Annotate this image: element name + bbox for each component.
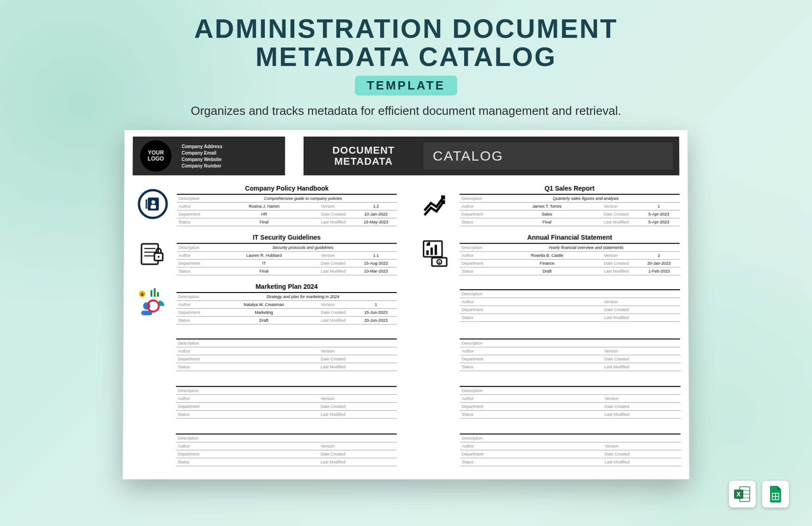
department-value [492, 450, 603, 458]
entry-icon [415, 184, 456, 224]
svg-rect-17 [435, 245, 437, 255]
entry-icon [415, 331, 456, 372]
entry-card: Company Policy Handbook Description Comp… [132, 184, 397, 226]
last-modified-value: 5-Apr-2023 [638, 218, 680, 226]
format-icons: X [729, 481, 789, 508]
author-value [208, 442, 318, 450]
status-label: Status [176, 317, 209, 324]
department-value [209, 403, 319, 411]
status-value: Draft [492, 267, 602, 275]
version-value [639, 395, 681, 403]
department-label: Department [460, 355, 492, 363]
last-modified-value [639, 411, 681, 418]
department-value: Sales [492, 210, 602, 218]
description-label: Description [460, 434, 492, 442]
status-value [208, 458, 319, 466]
version-label: Version [603, 347, 639, 355]
entry-title [460, 282, 680, 290]
department-label: Department [176, 355, 209, 363]
description-value [209, 339, 397, 347]
description-label: Description [460, 387, 492, 394]
entry-title [176, 331, 397, 339]
author-value [492, 347, 603, 355]
description-label: Description [460, 195, 492, 203]
date-created-label: Date Created [602, 306, 638, 314]
version-label: Version [602, 298, 638, 306]
department-label: Department [177, 210, 209, 218]
status-label: Status [460, 458, 492, 466]
author-label: Author [460, 298, 492, 306]
last-modified-value [639, 363, 680, 371]
page-subtitle: Organizes and tracks metadata for effici… [0, 104, 812, 118]
author-label: Author [177, 251, 209, 259]
company-website-label: Company Website [182, 156, 285, 161]
date-created-label: Date Created [602, 210, 638, 218]
last-modified-value [639, 458, 681, 466]
last-modified-value [355, 411, 396, 418]
svg-text:$: $ [438, 260, 441, 264]
entry-icon: $ [132, 282, 173, 323]
description-label: Description [460, 290, 492, 298]
version-value: 1 [355, 301, 397, 309]
entry-icon [132, 233, 173, 273]
version-value [639, 442, 681, 450]
date-created-value: 20-Jan-2023 [638, 259, 680, 267]
status-label: Status [176, 363, 209, 371]
date-created-value [639, 450, 681, 458]
status-value [492, 458, 603, 466]
description-label: Description [460, 244, 492, 251]
entry-card: $ Marketing Plan 2024 Description Strate… [132, 282, 397, 325]
status-value [492, 363, 603, 371]
author-label: Author [176, 347, 209, 355]
department-value: HR [209, 210, 319, 218]
svg-text:X: X [736, 490, 741, 498]
description-value [209, 387, 397, 394]
last-modified-label: Last Modified [603, 363, 639, 371]
status-value: Draft [209, 317, 319, 324]
date-created-label: Date Created [603, 403, 639, 411]
date-created-label: Date Created [319, 355, 355, 363]
template-badge: TEMPLATE [355, 76, 457, 96]
description-value [492, 387, 681, 394]
entry-title: Marketing Plan 2024 [176, 282, 396, 293]
author-value [209, 395, 319, 403]
page-title-line1: ADMINISTRATION DOCUMENT [0, 15, 812, 43]
entry-card: Q1 Sales Report Description Quarterly sa… [415, 184, 680, 226]
last-modified-value: 1-Feb-2023 [638, 267, 680, 275]
entry-title [460, 378, 681, 387]
description-value: Yearly financial overview and statements [492, 244, 680, 251]
date-created-value [355, 355, 397, 363]
document-metadata-label: DOCUMENT METADATA [304, 145, 424, 167]
document-preview: YOUR LOGO Company Address Company Email … [123, 130, 689, 479]
author-label: Author [460, 395, 492, 403]
department-value: Marketing [209, 309, 319, 317]
last-modified-label: Last Modified [319, 218, 355, 226]
description-value [208, 434, 396, 442]
date-created-label: Date Created [319, 403, 355, 411]
entry-card: Description Author Version Department Da… [415, 282, 680, 325]
author-label: Author [460, 203, 492, 210]
status-label: Status [177, 218, 209, 226]
date-created-value [639, 306, 680, 314]
last-modified-label: Last Modified [319, 363, 355, 371]
date-created-label: Date Created [603, 355, 639, 363]
entry-title [460, 426, 681, 434]
entries-grid: Company Policy Handbook Description Comp… [131, 184, 681, 467]
logo-cell: YOUR LOGO [132, 137, 179, 175]
last-modified-value: 10-Mar-2023 [355, 267, 397, 275]
entry-icon [131, 331, 173, 372]
last-modified-label: Last Modified [319, 411, 355, 418]
last-modified-label: Last Modified [603, 411, 639, 418]
department-label: Department [460, 210, 492, 218]
version-value: 1.2 [355, 203, 397, 210]
department-value [492, 403, 603, 411]
last-modified-label: Last Modified [602, 267, 638, 275]
version-label: Version [319, 203, 355, 210]
date-created-label: Date Created [319, 210, 355, 218]
last-modified-label: Last Modified [602, 314, 638, 322]
status-value [209, 363, 319, 371]
version-value: 2 [638, 251, 680, 259]
version-label: Version [319, 347, 355, 355]
google-sheets-icon [762, 481, 789, 508]
svg-rect-26 [154, 288, 155, 297]
